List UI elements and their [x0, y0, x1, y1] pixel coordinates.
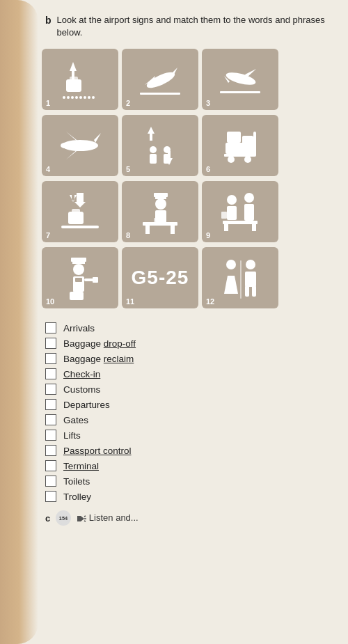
checklist-item-arrivals: Arrivals [45, 322, 338, 333]
checklist-label-terminal: Terminal [63, 461, 99, 471]
svg-rect-70 [245, 272, 256, 287]
sign-1-number: 1 [46, 99, 50, 107]
checklist-item-trolley: Trolley [45, 491, 338, 502]
svg-rect-55 [224, 224, 228, 231]
audio-number-icon[interactable]: 154 [56, 510, 71, 526]
checklist-item-departures: Departures [45, 399, 338, 410]
svg-point-10 [92, 96, 95, 99]
checklist-item-passport: Passport control [45, 445, 338, 456]
checklist-label-gates: Gates [63, 415, 88, 425]
section-b-instruction: Look at the airport signs and match them… [57, 14, 338, 39]
checklist-label-checkin: Check-in [63, 369, 100, 379]
svg-point-23 [61, 143, 69, 148]
checklist-item-gates: Gates [45, 414, 338, 425]
svg-rect-71 [245, 285, 249, 297]
svg-marker-24 [148, 127, 155, 141]
svg-rect-18 [220, 91, 260, 93]
sign-7-number: 7 [46, 231, 50, 239]
sign-3-number: 3 [206, 99, 210, 107]
svg-marker-76 [77, 516, 84, 521]
checkbox-terminal[interactable] [45, 460, 56, 471]
svg-marker-16 [245, 69, 256, 77]
section-b-letter: b [45, 15, 52, 26]
checklist-item-toilets: Toilets [45, 476, 338, 487]
svg-point-7 [79, 96, 82, 99]
checkbox-toilets[interactable] [45, 476, 56, 487]
sign-2-number: 2 [126, 99, 130, 107]
svg-rect-72 [252, 285, 256, 297]
section-c-letter: c [45, 513, 50, 524]
svg-rect-62 [75, 278, 82, 282]
svg-rect-51 [227, 206, 237, 220]
sign-4: 4 [42, 115, 118, 176]
svg-rect-33 [224, 154, 255, 157]
gate-text: G5-25 [132, 267, 189, 289]
svg-point-8 [84, 96, 86, 99]
svg-rect-32 [226, 143, 255, 154]
sign-10: 10 [42, 247, 118, 308]
svg-rect-40 [72, 209, 80, 213]
checkbox-trolley[interactable] [45, 491, 56, 502]
sign-2: 2 [122, 49, 198, 110]
sign-11: G5-25 11 [122, 247, 198, 308]
section-b-header: b Look at the airport signs and match th… [42, 14, 338, 39]
sign-8: 8 [122, 181, 198, 242]
sign-6: 6 [202, 115, 278, 176]
svg-rect-2 [70, 77, 78, 81]
sign-5: 5 [122, 115, 198, 176]
svg-point-35 [228, 156, 235, 163]
checkbox-customs[interactable] [45, 384, 56, 395]
checkbox-baggage-dropoff[interactable] [45, 338, 56, 349]
sign-4-number: 4 [46, 165, 50, 173]
svg-rect-39 [68, 212, 84, 224]
svg-rect-53 [244, 204, 254, 221]
svg-point-44 [155, 198, 166, 210]
svg-point-69 [246, 260, 255, 269]
svg-rect-66 [73, 289, 80, 293]
checklist-label-departures: Departures [63, 400, 110, 410]
checklist-item-baggage-reclaim: Baggage reclaim [45, 353, 338, 364]
svg-rect-58 [71, 258, 86, 262]
sign-3: 3 [202, 49, 278, 110]
svg-rect-30 [227, 132, 241, 143]
svg-point-3 [63, 96, 65, 99]
svg-rect-42 [154, 193, 168, 197]
svg-rect-59 [72, 262, 85, 264]
svg-rect-63 [84, 278, 94, 281]
svg-rect-54 [223, 221, 258, 224]
svg-marker-22 [94, 133, 101, 143]
svg-point-4 [67, 96, 70, 99]
sign-10-number: 10 [46, 297, 54, 306]
section-c-audio-label: Listen and... [75, 512, 138, 524]
checklist-item-checkin: Check-in [45, 368, 338, 379]
checklist-label-lifts: Lifts [63, 430, 81, 441]
sign-12: 12 [202, 247, 278, 308]
svg-rect-64 [93, 277, 98, 283]
checklist-label-toilets: Toilets [63, 476, 90, 487]
sign-8-number: 8 [126, 231, 130, 239]
checkbox-lifts[interactable] [45, 430, 56, 441]
checkbox-baggage-reclaim[interactable] [45, 353, 56, 364]
svg-line-79 [84, 521, 86, 521]
svg-rect-47 [145, 226, 150, 234]
svg-point-36 [244, 156, 251, 163]
checkbox-passport[interactable] [45, 445, 56, 456]
svg-point-9 [88, 96, 90, 99]
checklist-item-lifts: Lifts [45, 430, 338, 441]
checkbox-arrivals[interactable] [45, 322, 56, 333]
checkbox-departures[interactable] [45, 399, 56, 410]
svg-marker-37 [70, 195, 77, 202]
svg-point-28 [164, 146, 171, 153]
svg-rect-14 [140, 93, 180, 95]
sign-7: 7 [42, 181, 118, 242]
checkbox-gates[interactable] [45, 414, 56, 425]
section-c: c 154 Listen and... [42, 510, 338, 526]
sign-11-number: 11 [126, 297, 134, 306]
sign-1: 1 [42, 49, 118, 110]
svg-rect-29 [164, 154, 171, 164]
checklist-label-baggage-dropoff: Baggage drop-off [63, 338, 136, 349]
checklist-label-passport: Passport control [63, 446, 132, 456]
svg-line-77 [84, 516, 86, 517]
sign-9: 9 [202, 181, 278, 242]
checkbox-checkin[interactable] [45, 368, 56, 379]
